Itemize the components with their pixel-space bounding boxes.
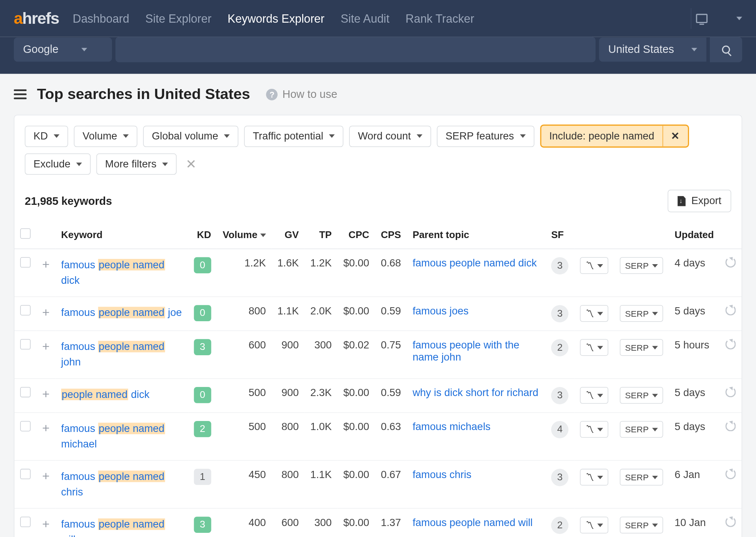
filter-serp-features[interactable]: SERP features bbox=[437, 125, 534, 147]
expand-row-button[interactable]: + bbox=[42, 517, 50, 531]
refresh-icon[interactable] bbox=[725, 339, 736, 349]
sf-badge[interactable]: 2 bbox=[551, 517, 569, 534]
trend-button[interactable]: 〽 bbox=[580, 469, 609, 486]
chevron-down-icon bbox=[652, 312, 658, 315]
row-checkbox[interactable] bbox=[20, 305, 30, 315]
expand-row-button[interactable]: + bbox=[42, 469, 50, 483]
row-checkbox[interactable] bbox=[20, 517, 30, 527]
sf-badge[interactable]: 4 bbox=[551, 421, 569, 438]
expand-row-button[interactable]: + bbox=[42, 421, 50, 435]
select-all-checkbox[interactable] bbox=[20, 228, 30, 238]
serp-button[interactable]: SERP bbox=[620, 305, 663, 322]
refresh-icon[interactable] bbox=[725, 305, 736, 315]
cell-gv: 800 bbox=[272, 460, 304, 508]
expand-row-button[interactable]: + bbox=[42, 257, 50, 272]
trend-button[interactable]: 〽 bbox=[580, 421, 609, 438]
filter-word-count[interactable]: Word count bbox=[349, 125, 431, 147]
trend-button[interactable]: 〽 bbox=[580, 305, 609, 322]
col-gv[interactable]: GV bbox=[272, 221, 304, 249]
serp-button[interactable]: SERP bbox=[620, 469, 663, 486]
chevron-down-icon bbox=[652, 523, 658, 527]
parent-topic-link[interactable]: famous people with the name john bbox=[413, 339, 519, 363]
refresh-icon[interactable] bbox=[725, 421, 736, 431]
serp-button[interactable]: SERP bbox=[620, 257, 663, 274]
nav-item-rank-tracker[interactable]: Rank Tracker bbox=[405, 12, 474, 25]
how-to-use-link[interactable]: ? How to use bbox=[266, 88, 337, 101]
nav-item-site-explorer[interactable]: Site Explorer bbox=[145, 12, 211, 25]
filter-more-filters[interactable]: More filters bbox=[96, 153, 177, 175]
sf-badge[interactable]: 3 bbox=[551, 469, 569, 486]
keyword-link[interactable]: famous people named chris bbox=[61, 470, 165, 498]
refresh-icon[interactable] bbox=[725, 387, 736, 397]
filter-exclude[interactable]: Exclude bbox=[25, 153, 91, 175]
row-checkbox[interactable] bbox=[20, 469, 30, 479]
chevron-down-icon bbox=[691, 48, 697, 51]
col-parent[interactable]: Parent topic bbox=[407, 221, 546, 249]
serp-button[interactable]: SERP bbox=[620, 387, 663, 404]
col-volume[interactable]: Volume bbox=[217, 221, 272, 249]
parent-topic-link[interactable]: famous people named dick bbox=[413, 257, 537, 269]
col-sf[interactable]: SF bbox=[545, 221, 574, 249]
col-cpc[interactable]: CPC bbox=[337, 221, 375, 249]
parent-topic-link[interactable]: famous chris bbox=[413, 469, 472, 481]
col-cps[interactable]: CPS bbox=[375, 221, 407, 249]
export-button[interactable]: Export bbox=[668, 190, 731, 212]
include-remove-button[interactable]: ✕ bbox=[662, 126, 688, 147]
search-engine-select[interactable]: Google bbox=[14, 37, 112, 62]
cell-gv: 900 bbox=[272, 379, 304, 413]
row-checkbox[interactable] bbox=[20, 339, 30, 349]
trend-button[interactable]: 〽 bbox=[580, 387, 609, 404]
parent-topic-link[interactable]: famous michaels bbox=[413, 421, 491, 433]
trend-button[interactable]: 〽 bbox=[580, 517, 609, 533]
nav-item-site-audit[interactable]: Site Audit bbox=[341, 12, 390, 25]
nav-item-keywords-explorer[interactable]: Keywords Explorer bbox=[228, 12, 324, 25]
refresh-icon[interactable] bbox=[725, 469, 736, 479]
row-checkbox[interactable] bbox=[20, 257, 30, 268]
filter-kd[interactable]: KD bbox=[25, 125, 68, 147]
monitor-icon[interactable] bbox=[696, 14, 708, 23]
keyword-link[interactable]: famous people named joe bbox=[61, 307, 182, 319]
row-checkbox[interactable] bbox=[20, 387, 30, 397]
parent-topic-link[interactable]: why is dick short for richard bbox=[413, 387, 539, 399]
sf-badge[interactable]: 3 bbox=[551, 387, 569, 404]
expand-row-button[interactable]: + bbox=[42, 387, 50, 401]
serp-button[interactable]: SERP bbox=[620, 517, 663, 533]
nav-item-dashboard[interactable]: Dashboard bbox=[73, 12, 129, 25]
keyword-link[interactable]: famous people named will bbox=[61, 518, 165, 537]
filter-include-active[interactable]: Include: people named✕ bbox=[540, 125, 689, 148]
parent-topic-link[interactable]: famous joes bbox=[413, 305, 469, 317]
keyword-link[interactable]: people named dick bbox=[61, 388, 150, 400]
parent-topic-link[interactable]: famous people named will bbox=[413, 517, 533, 528]
search-button[interactable] bbox=[710, 37, 742, 62]
keyword-link[interactable]: famous people named michael bbox=[61, 423, 165, 450]
serp-button[interactable]: SERP bbox=[620, 339, 663, 356]
row-checkbox[interactable] bbox=[20, 421, 30, 431]
col-keyword[interactable]: Keyword bbox=[55, 221, 188, 249]
keyword-link[interactable]: famous people named dick bbox=[61, 259, 165, 286]
keyword-search-input[interactable] bbox=[115, 37, 595, 62]
filter-global-volume[interactable]: Global volume bbox=[143, 125, 239, 147]
filter-volume[interactable]: Volume bbox=[74, 125, 137, 147]
search-bar: Google United States bbox=[0, 37, 756, 74]
keyword-link[interactable]: famous people named john bbox=[61, 341, 165, 368]
clear-filters-button[interactable]: ✕ bbox=[186, 156, 196, 172]
sidebar-toggle[interactable] bbox=[14, 90, 27, 99]
refresh-icon[interactable] bbox=[725, 517, 736, 527]
account-caret-icon[interactable] bbox=[736, 17, 742, 20]
col-kd[interactable]: KD bbox=[188, 221, 217, 249]
refresh-icon[interactable] bbox=[725, 257, 736, 268]
expand-row-button[interactable]: + bbox=[42, 305, 50, 319]
trend-button[interactable]: 〽 bbox=[580, 339, 609, 356]
kd-badge: 0 bbox=[194, 387, 211, 403]
sf-badge[interactable]: 2 bbox=[551, 339, 569, 356]
col-updated[interactable]: Updated bbox=[669, 221, 720, 249]
serp-button[interactable]: SERP bbox=[620, 421, 663, 438]
country-select[interactable]: United States bbox=[599, 37, 706, 62]
col-tp[interactable]: TP bbox=[304, 221, 337, 249]
trend-button[interactable]: 〽 bbox=[580, 257, 609, 274]
trend-icon: 〽 bbox=[585, 342, 594, 352]
expand-row-button[interactable]: + bbox=[42, 339, 50, 353]
sf-badge[interactable]: 3 bbox=[551, 305, 569, 322]
filter-traffic-potential[interactable]: Traffic potential bbox=[244, 125, 344, 147]
sf-badge[interactable]: 3 bbox=[551, 257, 569, 275]
